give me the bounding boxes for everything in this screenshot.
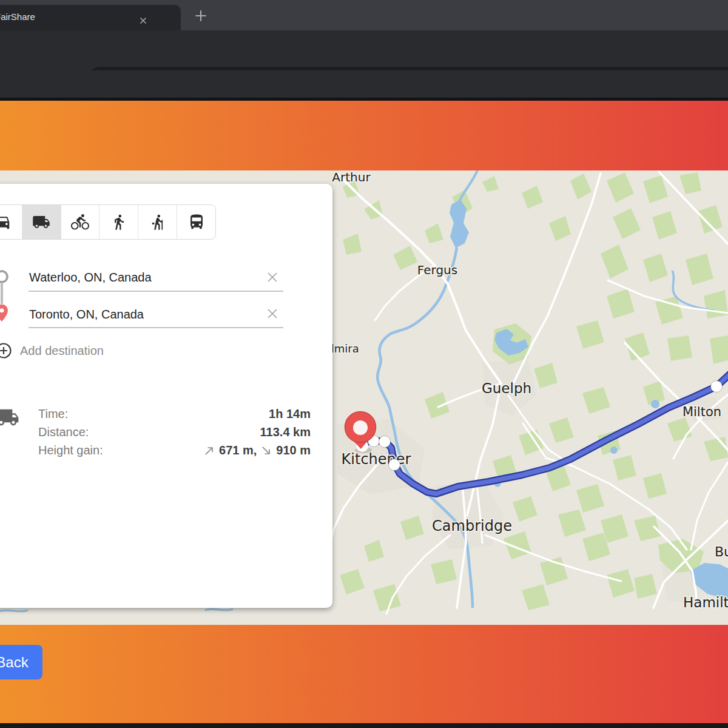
destination-underline — [29, 327, 283, 328]
walk-icon — [110, 214, 127, 231]
map-label: Fergus — [417, 263, 457, 277]
destination-input[interactable]: Toronto, ON, Canada — [29, 308, 144, 322]
height-down-value: 910 m — [276, 443, 311, 457]
map-label: Milton — [682, 405, 721, 419]
map-label: Arthur — [332, 170, 371, 184]
new-tab-icon[interactable] — [193, 8, 209, 24]
bike-icon — [71, 213, 89, 231]
map-pin-hole — [353, 420, 368, 435]
map-label: Burlington — [715, 544, 728, 559]
destination-pin-icon — [0, 303, 12, 323]
route-panel: Waterloo, ON, Canada Toronto, ON, Canada… — [0, 184, 332, 608]
mode-car-button[interactable] — [0, 205, 22, 239]
height-gain-label: Height gain: — [38, 443, 103, 457]
time-label: Time: — [38, 407, 68, 421]
origin-input[interactable]: Waterloo, ON, Canada — [29, 271, 152, 285]
mode-bike-button[interactable] — [61, 205, 99, 239]
tab-close-icon[interactable] — [138, 15, 149, 26]
map-label: Guelph — [482, 380, 531, 396]
distance-value: 113.4 km — [260, 425, 311, 439]
clear-origin-icon[interactable] — [265, 270, 280, 285]
browser-tab[interactable]: FairShare — [0, 5, 181, 30]
clear-destination-icon[interactable] — [265, 306, 280, 321]
add-destination-button[interactable]: Add destination — [20, 344, 104, 358]
truck-stats-icon — [0, 405, 19, 430]
bookmarks-bar: dam — [0, 70, 728, 98]
origin-circle-icon — [0, 269, 10, 285]
back-button[interactable]: Back — [0, 645, 42, 679]
ascent-arrow-icon — [203, 445, 215, 457]
map-label: Kitchener — [342, 451, 411, 468]
add-destination-icon[interactable] — [0, 342, 12, 359]
height-up-value: 671 m, — [219, 443, 257, 457]
height-gain-values: 671 m, 910 m — [97, 443, 311, 457]
mode-walk-button[interactable] — [99, 205, 138, 239]
bus-icon — [187, 213, 206, 231]
route-waypoint[interactable] — [379, 436, 391, 448]
route-waypoint[interactable] — [389, 459, 400, 471]
route-connector-line — [1, 283, 3, 304]
hiking-icon — [149, 214, 166, 231]
mode-truck-button[interactable] — [22, 205, 61, 239]
mode-bus-button[interactable] — [177, 205, 215, 239]
tab-strip: FairShare — [0, 0, 728, 30]
car-icon — [0, 213, 12, 231]
browser-toolbar: localhost:8080/mapdisplay — [0, 30, 728, 70]
app-footer — [0, 625, 728, 723]
distance-label: Distance: — [38, 425, 89, 439]
bottom-edge — [0, 723, 728, 728]
time-value: 1h 14m — [269, 407, 311, 421]
screen: FairShare localhost:8080/mapdisplay dam — [0, 0, 728, 728]
truck-icon — [32, 213, 50, 231]
map-label: Hamilton — [683, 595, 728, 610]
map-label: Cambridge — [432, 517, 512, 534]
mode-hike-button[interactable] — [138, 205, 177, 239]
origin-underline — [29, 291, 283, 292]
route-waypoint[interactable] — [711, 381, 723, 393]
transport-mode-group — [0, 204, 216, 240]
app-header: MapDisplay — [0, 101, 728, 170]
descent-arrow-icon — [260, 445, 272, 457]
tab-title: FairShare — [0, 12, 35, 22]
